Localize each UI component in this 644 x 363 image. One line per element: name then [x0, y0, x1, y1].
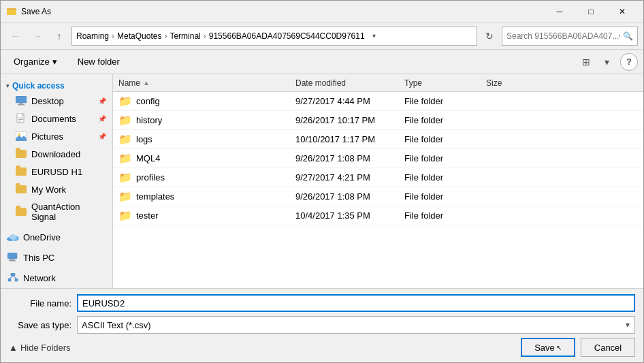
sidebar-downloaded-label: Downloaded: [31, 149, 80, 159]
svg-rect-16: [7, 253, 17, 259]
sidebar-eurusd-label: EURUSD H1: [31, 167, 82, 177]
minimize-button[interactable]: ─: [544, 1, 575, 22]
filename-row: File name:: [9, 294, 635, 312]
crumb-roaming[interactable]: Roaming: [76, 31, 109, 41]
maximize-button[interactable]: □: [575, 1, 607, 22]
sidebar: ▾ Quick access Desktop 📌 Documents 📌: [1, 74, 113, 288]
saveastype-select[interactable]: ASCII Text (*.csv): [77, 316, 635, 334]
up-button[interactable]: ↑: [50, 27, 69, 46]
folder-icon: 📁: [118, 114, 132, 127]
svg-rect-4: [19, 103, 23, 104]
downloaded-icon: [15, 148, 27, 159]
crumb-metaquotes[interactable]: MetaQuotes: [117, 31, 161, 41]
table-row[interactable]: 📁 templates 9/26/2017 1:08 PM File folde…: [113, 187, 643, 206]
view-dropdown-button[interactable]: ▾: [597, 53, 616, 71]
bottom-section: File name: Save as type: ASCII Text (*.c…: [1, 288, 643, 362]
sidebar-item-pictures[interactable]: Pictures 📌: [1, 127, 112, 145]
hide-folders-chevron-icon: ▲: [9, 343, 18, 353]
table-row[interactable]: 📁 logs 10/10/2017 1:17 PM File folder: [113, 130, 643, 149]
sidebar-item-quantaction[interactable]: QuantAction Signal: [1, 198, 112, 225]
sidebar-item-onedrive[interactable]: OneDrive: [1, 228, 112, 246]
col-name-header[interactable]: Name ▲: [118, 78, 295, 88]
file-name: templates: [136, 191, 174, 202]
sidebar-quantaction-label: QuantAction Signal: [31, 202, 106, 222]
file-date: 9/26/2017 1:08 PM: [295, 191, 404, 202]
quick-access-header[interactable]: ▾ Quick access: [1, 77, 112, 92]
table-row[interactable]: 📁 history 9/26/2017 10:17 PM File folder: [113, 111, 643, 130]
pictures-pin-icon: 📌: [98, 133, 106, 140]
file-name: config: [136, 96, 160, 106]
file-name: MQL4: [136, 153, 160, 163]
quantaction-icon: [15, 206, 27, 217]
sidebar-mywork-label: My Work: [31, 185, 66, 195]
close-button[interactable]: ✕: [607, 1, 638, 22]
svg-rect-1: [7, 10, 16, 15]
save-button[interactable]: Save ↖: [521, 338, 575, 357]
sidebar-item-mywork[interactable]: My Work: [1, 180, 112, 198]
action-bar: Organize ▾ New folder ⊞ ▾ ?: [1, 50, 643, 74]
file-type: File folder: [404, 210, 486, 221]
file-type: File folder: [404, 115, 486, 125]
cancel-button[interactable]: Cancel: [581, 338, 635, 357]
file-type: File folder: [404, 153, 486, 163]
folder-icon: 📁: [118, 152, 132, 165]
file-type: File folder: [404, 172, 486, 183]
search-input[interactable]: [506, 31, 620, 41]
svg-rect-19: [11, 273, 15, 276]
organize-button[interactable]: Organize ▾: [6, 53, 65, 71]
col-type-header[interactable]: Type: [404, 78, 486, 88]
main-content: ▾ Quick access Desktop 📌 Documents 📌: [1, 74, 643, 288]
desktop-icon: [15, 95, 27, 106]
file-date: 10/4/2017 1:35 PM: [295, 210, 404, 221]
toolbar: ← → ↑ Roaming › MetaQuotes › Terminal › …: [1, 22, 643, 50]
file-type: File folder: [404, 191, 486, 202]
search-box: 🔍: [502, 27, 638, 46]
breadcrumb: Roaming › MetaQuotes › Terminal › 915566…: [76, 31, 365, 41]
address-dropdown-button[interactable]: ▾: [368, 27, 381, 45]
dialog-title: Save As: [21, 7, 544, 16]
folder-icon: 📁: [118, 133, 132, 146]
file-date: 9/26/2017 1:08 PM: [295, 153, 404, 163]
crumb-terminal[interactable]: Terminal: [170, 31, 200, 41]
svg-line-22: [10, 276, 13, 279]
sidebar-item-network[interactable]: Network: [1, 269, 112, 287]
svg-rect-21: [15, 279, 18, 281]
back-button[interactable]: ←: [6, 27, 25, 46]
forward-button[interactable]: →: [28, 27, 47, 46]
col-date-header[interactable]: Date modified: [295, 78, 404, 88]
address-bar[interactable]: Roaming › MetaQuotes › Terminal › 915566…: [71, 27, 477, 46]
sidebar-item-downloaded[interactable]: Downloaded: [1, 145, 112, 163]
svg-rect-20: [8, 279, 11, 281]
sidebar-item-eurusd[interactable]: EURUSD H1: [1, 163, 112, 180]
sidebar-item-desktop[interactable]: Desktop 📌: [1, 92, 112, 110]
sidebar-documents-label: Documents: [31, 114, 76, 124]
title-icon: [6, 6, 17, 17]
sidebar-item-documents[interactable]: Documents 📌: [1, 110, 112, 127]
crumb-hash[interactable]: 915566BA06ADA407569C544CC0D97611: [209, 31, 365, 41]
folder-icon: 📁: [118, 95, 132, 108]
search-icon: 🔍: [623, 31, 633, 41]
sidebar-item-thispc[interactable]: This PC: [1, 249, 112, 266]
table-row[interactable]: 📁 profiles 9/27/2017 4:21 PM File folder: [113, 168, 643, 187]
filename-input[interactable]: [77, 294, 635, 312]
sidebar-network-label: Network: [23, 273, 56, 283]
folder-icon: 📁: [118, 209, 132, 222]
actions-row: ▲ Hide Folders Save ↖ Cancel: [9, 338, 635, 357]
table-row[interactable]: 📁 tester 10/4/2017 1:35 PM File folder: [113, 206, 643, 225]
pictures-icon: [15, 131, 27, 142]
table-row[interactable]: 📁 MQL4 9/26/2017 1:08 PM File folder: [113, 149, 643, 168]
file-date: 9/27/2017 4:21 PM: [295, 172, 404, 183]
file-name: tester: [136, 210, 159, 221]
refresh-button[interactable]: ↻: [480, 27, 499, 46]
new-folder-button[interactable]: New folder: [70, 53, 127, 71]
view-options-button[interactable]: ⊞: [577, 53, 596, 71]
folder-icon: 📁: [118, 171, 132, 184]
network-icon: [7, 272, 19, 283]
col-size-header[interactable]: Size: [486, 78, 541, 88]
file-name: history: [136, 115, 162, 125]
file-date: 9/26/2017 10:17 PM: [295, 115, 404, 125]
table-row[interactable]: 📁 config 9/27/2017 4:44 PM File folder: [113, 92, 643, 111]
quick-access-label: Quick access: [12, 81, 65, 91]
help-button[interactable]: ?: [620, 53, 638, 71]
hide-folders-button[interactable]: ▲ Hide Folders: [9, 343, 71, 353]
